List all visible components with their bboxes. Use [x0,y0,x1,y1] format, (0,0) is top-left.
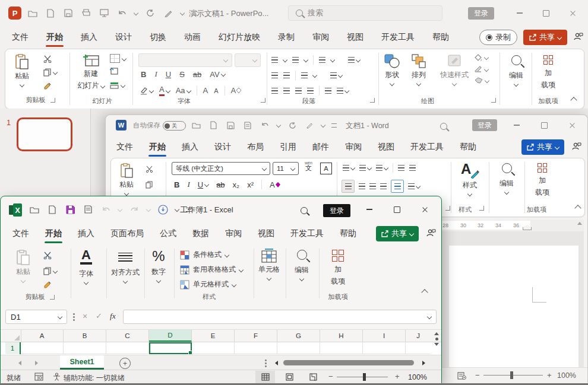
shapes-button[interactable]: 形状 [384,54,400,85]
column-header[interactable]: F [235,330,277,342]
column-header[interactable]: G [277,330,320,342]
tab-developer[interactable]: 开发工具 [409,142,445,152]
sheet-tab-active[interactable]: Sheet1 [60,355,104,370]
increase-indent-icon[interactable] [283,72,290,78]
normal-view-button[interactable] [255,371,275,383]
underline-button[interactable]: U [198,180,208,189]
touch-mode-dropdown-icon[interactable] [175,207,179,212]
scroll-up-icon[interactable] [434,332,439,335]
undo-dropdown-icon[interactable] [276,123,281,128]
undo-icon[interactable] [100,203,111,215]
cut-button[interactable] [146,164,153,175]
line-spacing-button[interactable] [408,183,420,189]
line-spacing-icon[interactable] [319,57,325,63]
undo-icon[interactable] [116,7,127,19]
tab-help[interactable]: 帮助 [431,32,450,43]
tab-file[interactable]: 文件 [115,142,134,152]
column-header[interactable]: E [192,330,235,342]
cell-F1[interactable] [235,342,277,354]
collapse-ribbon-icon[interactable] [421,289,428,295]
formula-input[interactable] [123,310,437,324]
tab-transitions[interactable]: 切换 [148,32,167,43]
change-case-button[interactable]: Aa [176,86,191,95]
zoom-slider-thumb[interactable] [510,371,513,379]
tab-view[interactable]: 视图 [257,228,276,239]
record-button[interactable]: 录制 [479,30,517,45]
paste-button[interactable]: 粘贴 [119,163,134,195]
columns-icon[interactable] [301,72,308,78]
alignment-group-button[interactable]: 对齐方式 [109,249,142,283]
strikethrough-button[interactable]: ab [216,180,225,189]
zoom-slider-track[interactable] [483,375,543,376]
styles-button[interactable]: A 样式 [457,162,483,196]
grow-font-button[interactable]: A [203,86,208,95]
column-header[interactable]: B [64,330,106,342]
open-icon[interactable] [29,203,40,215]
repeat-icon[interactable] [287,119,298,131]
font-name-select[interactable] [138,53,232,67]
format-painter-button[interactable] [43,281,57,291]
shape-outline-button[interactable] [475,66,489,72]
quick-styles-button[interactable]: 快速样式 [440,54,469,85]
paragraph-dialog-launcher[interactable] [445,206,450,211]
tab-view[interactable]: 视图 [377,142,396,152]
section-button[interactable] [110,82,126,89]
cell-E1[interactable] [192,342,235,354]
tab-home[interactable]: 开始 [148,142,167,152]
strikethrough-button[interactable]: ab [193,70,201,79]
maximize-button[interactable] [541,122,548,129]
undo-dropdown-icon[interactable] [134,11,138,15]
enter-button[interactable]: ✓ [96,311,102,320]
zoom-in-button[interactable]: + [547,371,552,380]
ink-pen-icon[interactable] [304,119,315,131]
accessibility-status[interactable]: 辅助功能: 一切就绪 [64,373,125,383]
shrink-font-button[interactable]: A [214,87,218,94]
formula-bar-expand-icon[interactable] [427,314,432,319]
tab-layout[interactable]: 布局 [246,142,265,152]
undo-dropdown-icon[interactable] [118,207,122,212]
copy-button[interactable] [146,180,153,191]
subscript-button[interactable]: x₂ [233,180,240,189]
hscroll-thumb[interactable] [283,360,414,365]
insert-function-button[interactable]: fx [110,311,116,321]
collapse-ribbon-icon[interactable] [574,205,581,211]
cancel-button[interactable]: × [83,311,87,321]
tab-review[interactable]: 审阅 [344,142,363,152]
autosave-toggle[interactable]: 关 [163,121,186,131]
macro-record-icon[interactable] [34,373,43,383]
bold-button[interactable]: B [174,180,179,189]
sign-in-button[interactable]: 登录 [468,7,494,20]
redo-dropdown-icon[interactable] [146,207,151,212]
scroll-up-icon[interactable] [577,222,582,225]
new-slide-button[interactable]: 新建 幻灯片 [75,54,106,91]
pen-dropdown-icon[interactable] [321,123,325,128]
font-size-select[interactable] [235,53,261,67]
tab-record[interactable]: 录制 [277,32,296,43]
new-document-icon[interactable] [45,7,56,19]
accessibility-icon[interactable] [53,373,61,383]
tab-insert[interactable]: 插入 [77,228,96,239]
column-header-selected[interactable]: D [149,330,192,342]
new-document-icon[interactable] [208,119,219,131]
tab-review[interactable]: 审阅 [311,32,330,43]
tab-insert[interactable]: 插入 [181,142,200,152]
tab-file[interactable]: 文件 [11,228,30,239]
column-header[interactable]: C [106,330,149,342]
align-right-icon[interactable] [295,88,302,94]
convert-smartart-icon[interactable] [337,88,349,94]
superscript-button[interactable]: x² [247,180,254,189]
clear-formatting-button[interactable]: A [270,180,280,189]
comments-person-icon[interactable] [573,32,583,43]
document-page[interactable] [449,246,578,367]
tab-home[interactable]: 开始 [45,32,64,43]
hscroll-left-icon[interactable] [275,361,278,365]
reset-slide-button[interactable] [110,67,126,78]
column-header[interactable]: J [406,330,431,342]
slide-thumbnail[interactable] [17,117,72,151]
comments-person-icon[interactable] [571,142,581,153]
tab-review[interactable]: 审阅 [224,228,243,239]
slide-layout-button[interactable] [110,54,126,63]
search-icon[interactable] [301,207,308,214]
scroll-down-icon[interactable] [434,343,439,346]
tab-help[interactable]: 帮助 [339,228,358,239]
